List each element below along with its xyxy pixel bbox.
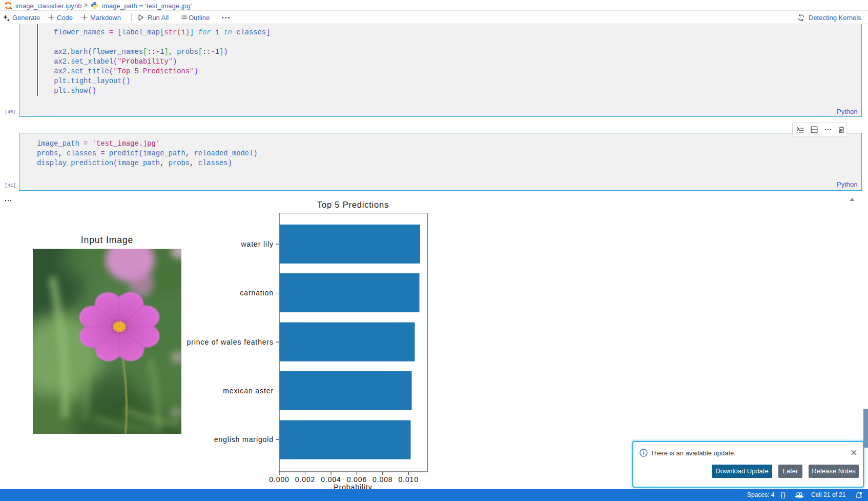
svg-text:0.002: 0.002 <box>295 475 316 484</box>
svg-text:Top 5 Predictions: Top 5 Predictions <box>317 200 389 209</box>
svg-text:Input Image: Input Image <box>81 235 133 245</box>
svg-text:0.010: 0.010 <box>398 475 419 484</box>
svg-text:0.008: 0.008 <box>373 475 393 484</box>
svg-text:water lily: water lily <box>241 240 274 248</box>
svg-text:mexican aster: mexican aster <box>223 387 274 395</box>
svg-text:0.006: 0.006 <box>347 475 367 484</box>
svg-text:prince of wales feathers: prince of wales feathers <box>187 338 274 346</box>
svg-text:0.000: 0.000 <box>269 475 290 484</box>
svg-text:0.004: 0.004 <box>321 475 341 484</box>
svg-text:english marigold: english marigold <box>214 435 274 444</box>
svg-text:carnation: carnation <box>240 289 274 297</box>
